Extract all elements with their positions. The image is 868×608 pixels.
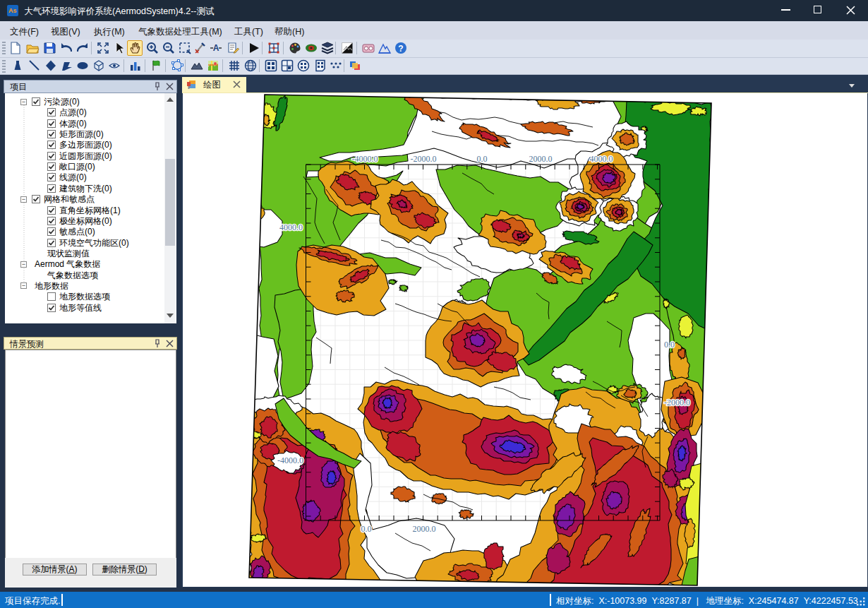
- svg-text:A: A: [213, 43, 219, 53]
- svg-text:-2000.0: -2000.0: [664, 398, 690, 407]
- svg-text:4000.0: 4000.0: [279, 222, 303, 232]
- svg-text:-4000.0: -4000.0: [352, 154, 378, 164]
- svg-text:4000.0: 4000.0: [590, 154, 613, 164]
- svg-text:0.0: 0.0: [664, 340, 675, 350]
- svg-text:2000.0: 2000.0: [529, 154, 553, 164]
- svg-text:2000.0: 2000.0: [413, 524, 436, 534]
- svg-text:-4000.0: -4000.0: [277, 455, 303, 465]
- svg-text:0.0: 0.0: [477, 154, 488, 164]
- svg-text:-2000.0: -2000.0: [411, 154, 437, 164]
- svg-text:?: ?: [398, 44, 403, 54]
- svg-text:0.0: 0.0: [361, 524, 372, 534]
